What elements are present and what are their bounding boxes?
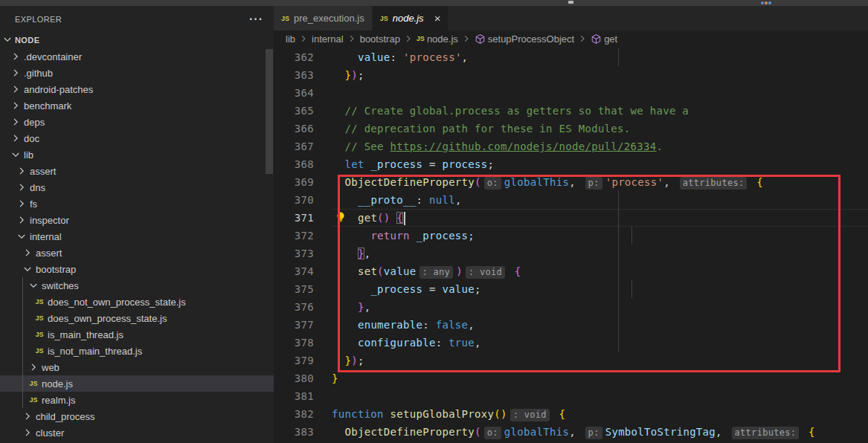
glyph-margin xyxy=(314,298,332,316)
code-line-382[interactable]: 382function setupGlobalProxy(): void { xyxy=(274,405,868,423)
code-line-365[interactable]: 365 // Create global.process as getters … xyxy=(274,102,868,120)
tree-item-inspector[interactable]: inspector xyxy=(0,212,274,228)
code-token: ) xyxy=(351,355,358,366)
code-token: , xyxy=(468,319,475,331)
code-line-369[interactable]: 369 ObjectDefineProperty(o:globalThis, p… xyxy=(274,173,868,191)
code-line-380[interactable]: 380} xyxy=(274,369,868,387)
js-file-icon: JS xyxy=(27,396,40,404)
line-number: 364 xyxy=(274,84,314,102)
tree-item-assert[interactable]: assert xyxy=(0,163,274,179)
sidebar-scrollbar[interactable] xyxy=(266,49,273,174)
code-line-373[interactable]: 373 }, xyxy=(274,245,868,262)
tree-item-label: doc xyxy=(24,133,39,144)
line-number: 376 xyxy=(274,298,314,316)
tree-item-dns[interactable]: dns xyxy=(0,179,274,195)
tab-pre-execution-js[interactable]: JSpre_execution.js xyxy=(274,6,372,30)
tree-item-label: is_not_main_thread.js xyxy=(48,346,142,357)
code-token: _process xyxy=(370,283,422,295)
code-line-375[interactable]: 375 _process = value; xyxy=(274,280,868,298)
lightbulb-icon[interactable] xyxy=(335,211,347,225)
code-line-370[interactable]: 370 __proto__: null, xyxy=(274,191,868,209)
code-token: ; xyxy=(468,230,475,242)
tree-item-label: realm.js xyxy=(42,395,76,406)
tab-label: pre_execution.js xyxy=(294,13,364,24)
glyph-margin xyxy=(314,102,332,120)
code-token: true xyxy=(449,337,475,349)
breadcrumb-label: node.js xyxy=(427,33,458,45)
tree-item-internal[interactable]: internal xyxy=(0,228,274,245)
code-line-374[interactable]: 374 set(value: any): void { xyxy=(274,262,868,280)
inlay-hint: o: xyxy=(484,427,501,439)
breadcrumb-item-lib[interactable]: lib xyxy=(286,33,295,45)
code-token: value xyxy=(384,265,417,277)
breadcrumb-item-get[interactable]: get xyxy=(591,33,617,45)
inlay-hint: attributes: xyxy=(680,177,748,190)
code-token xyxy=(390,212,397,224)
tree-item-does-own-process-state-js[interactable]: JSdoes_own_process_state.js xyxy=(0,310,274,326)
breadcrumb-item-bootstrap[interactable]: bootstrap xyxy=(360,33,400,45)
tab-node-js[interactable]: JSnode.js× xyxy=(373,6,449,30)
code-line-364[interactable]: 364 xyxy=(274,84,868,102)
code-token xyxy=(553,408,559,420)
tree-item-android-patches[interactable]: android-patches xyxy=(0,81,274,97)
tree-item--github[interactable]: .github xyxy=(0,65,274,81)
more-actions-button[interactable]: ··· xyxy=(249,16,263,22)
code-line-379[interactable]: 379 }); xyxy=(274,352,868,369)
line-content: }); xyxy=(332,66,364,84)
breadcrumb-item-internal[interactable]: internal xyxy=(312,33,344,45)
chevron-right-icon xyxy=(9,116,22,128)
tree-item-assert[interactable]: assert xyxy=(0,245,274,261)
titlebar-icon-fragment xyxy=(765,1,768,4)
tree-item-lib[interactable]: lib xyxy=(0,146,274,163)
tree-item-label: dns xyxy=(30,182,45,193)
js-file-icon: JS xyxy=(380,15,388,22)
tree-item-is-not-main-thread-js[interactable]: JSis_not_main_thread.js xyxy=(0,343,274,359)
code-line-362[interactable]: 362 value: 'process', xyxy=(274,48,868,66)
tree-item-fs[interactable]: fs xyxy=(0,195,274,212)
code-line-383[interactable]: 383 ObjectDefineProperty(o:globalThis, p… xyxy=(274,423,868,441)
code-line-366[interactable]: 366 // deprecation path for these in ES … xyxy=(274,120,868,138)
tree-item-does-not-own-process-state-js[interactable]: JSdoes_not_own_process_state.js xyxy=(0,294,274,310)
tree-item-label: assert xyxy=(30,166,56,177)
line-content: configurable: true, xyxy=(332,334,481,352)
code-token: { xyxy=(396,212,403,224)
tree-item-web[interactable]: web xyxy=(0,359,274,375)
code-line-381[interactable]: 381 xyxy=(274,387,868,405)
code-line-378[interactable]: 378 configurable: true, xyxy=(274,334,868,352)
titlebar-icon-fragment xyxy=(768,1,771,4)
breadcrumb-item-setupprocessobject[interactable]: setupProcessObject xyxy=(475,33,574,45)
chevron-down-icon xyxy=(21,263,34,275)
code-token: ; xyxy=(358,355,364,366)
code-line-367[interactable]: 367 // See https://github.com/nodejs/nod… xyxy=(274,138,868,155)
code-line-368[interactable]: 368 let _process = process; xyxy=(274,155,868,173)
close-icon[interactable]: × xyxy=(434,13,441,24)
glyph-margin xyxy=(314,227,332,245)
code-token: { xyxy=(808,426,815,438)
line-number: 379 xyxy=(274,352,314,369)
tree-item-benchmark[interactable]: benchmark xyxy=(0,97,274,114)
code-line-377[interactable]: 377 enumerable: false, xyxy=(274,316,868,334)
code-line-371[interactable]: 371 get() { xyxy=(274,209,868,227)
tree-item-node-js[interactable]: JSnode.js xyxy=(0,375,274,392)
code-line-363[interactable]: 363 }); xyxy=(274,66,868,84)
code-token: SymbolToStringTag xyxy=(605,426,716,438)
section-header-node[interactable]: NODE xyxy=(0,32,274,48)
tree-item-realm-js[interactable]: JSrealm.js xyxy=(0,392,274,408)
tree-item-bootstrap[interactable]: bootstrap xyxy=(0,261,274,277)
tree-item-deps[interactable]: deps xyxy=(0,114,274,130)
tree-item--devcontainer[interactable]: .devcontainer xyxy=(0,48,274,65)
tree-item-cluster[interactable]: cluster xyxy=(0,424,274,441)
tree-item-is-main-thread-js[interactable]: JSis_main_thread.js xyxy=(0,326,274,343)
tree-item-child-process[interactable]: child_process xyxy=(0,408,274,424)
chevron-right-icon xyxy=(461,33,472,44)
code-line-376[interactable]: 376 }, xyxy=(274,298,868,316)
code-editor[interactable]: 362 value: 'process',363 });364365 // Cr… xyxy=(274,47,868,443)
code-token: enumerable xyxy=(358,319,422,331)
code-token: , xyxy=(364,248,371,259)
title-bar xyxy=(0,0,868,6)
tree-item-switches[interactable]: switches xyxy=(0,277,274,294)
code-line-372[interactable]: 372 return _process; xyxy=(274,227,868,245)
tree-item-doc[interactable]: doc xyxy=(0,130,274,146)
breadcrumb-item-node-js[interactable]: JSnode.js xyxy=(417,33,458,45)
breadcrumb-label: get xyxy=(604,33,617,45)
